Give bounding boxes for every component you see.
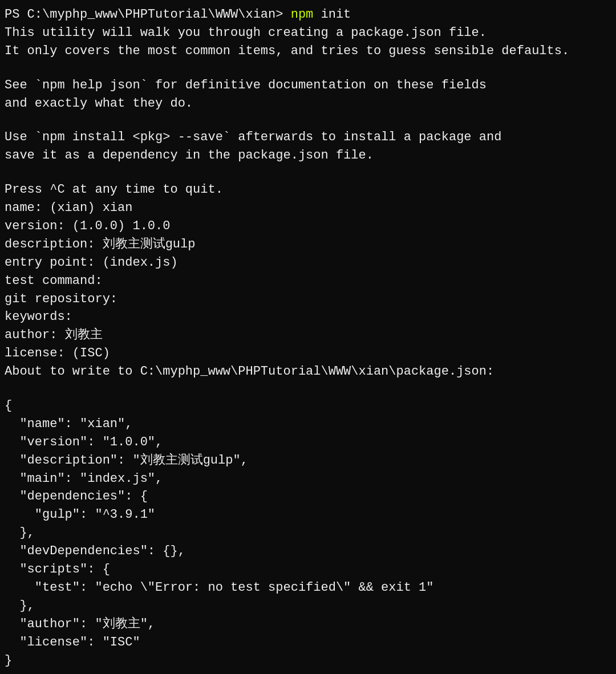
json-close-brace: } xyxy=(5,652,611,670)
npm-args: init xyxy=(313,7,351,22)
terminal-line-5: and exactly what they do. xyxy=(5,95,611,113)
json-gulp: "gulp": "^3.9.1" xyxy=(5,506,611,524)
json-author: "author": "刘教主", xyxy=(5,615,611,634)
terminal-line-18: About to write to C:\myphp_www\PHPTutori… xyxy=(5,363,611,381)
json-name: "name": "xian", xyxy=(5,415,611,433)
terminal-line-12: entry point: (index.js) xyxy=(5,254,611,272)
json-main: "main": "index.js", xyxy=(5,470,611,488)
terminal-line-9: name: (xian) xian xyxy=(5,199,611,217)
blank-line-4 xyxy=(5,381,611,397)
json-devdependencies: "devDependencies": {}, xyxy=(5,542,611,561)
json-scripts-close: }, xyxy=(5,597,611,615)
terminal-line-15: keywords: xyxy=(5,308,611,326)
json-test-script: "test": "echo \"Error: no test specified… xyxy=(5,579,611,597)
json-description: "description": "刘教主测试gulp", xyxy=(5,452,611,470)
terminal-line-10: version: (1.0.0) 1.0.0 xyxy=(5,217,611,236)
json-dependencies-close: }, xyxy=(5,524,611,542)
terminal-line-6: Use `npm install <pkg> --save` afterward… xyxy=(5,128,611,147)
blank-line-3 xyxy=(5,165,611,181)
terminal-line-7: save it as a dependency in the package.j… xyxy=(5,147,611,165)
terminal-line-13: test command: xyxy=(5,272,611,290)
terminal-line-2: This utility will walk you through creat… xyxy=(5,24,611,42)
terminal-line-11: description: 刘教主测试gulp xyxy=(5,236,611,254)
blank-line-5 xyxy=(5,669,611,674)
prompt-prefix: PS C:\myphp_www\PHPTutorial\WWW\xian> xyxy=(5,7,291,22)
terminal-output: PS C:\myphp_www\PHPTutorial\WWW\xian> np… xyxy=(5,6,611,674)
terminal-line-4: See `npm help json` for definitive docum… xyxy=(5,76,611,95)
terminal-window: PS C:\myphp_www\PHPTutorial\WWW\xian> np… xyxy=(0,0,616,674)
terminal-line-8: Press ^C at any time to quit. xyxy=(5,181,611,199)
terminal-line-16-author: author: 刘教主 xyxy=(5,326,611,344)
json-license: "license": "ISC" xyxy=(5,634,611,652)
json-version: "version": "1.0.0", xyxy=(5,433,611,452)
json-open-brace: { xyxy=(5,397,611,415)
terminal-line-17: license: (ISC) xyxy=(5,344,611,363)
terminal-line-3: It only covers the most common items, an… xyxy=(5,42,611,60)
terminal-line-14: git repository: xyxy=(5,290,611,308)
npm-keyword: npm xyxy=(291,7,314,22)
json-dependencies-open: "dependencies": { xyxy=(5,488,611,506)
json-scripts-open: "scripts": { xyxy=(5,561,611,579)
blank-line-1 xyxy=(5,60,611,76)
terminal-line-1: PS C:\myphp_www\PHPTutorial\WWW\xian> np… xyxy=(5,6,611,24)
blank-line-2 xyxy=(5,112,611,128)
